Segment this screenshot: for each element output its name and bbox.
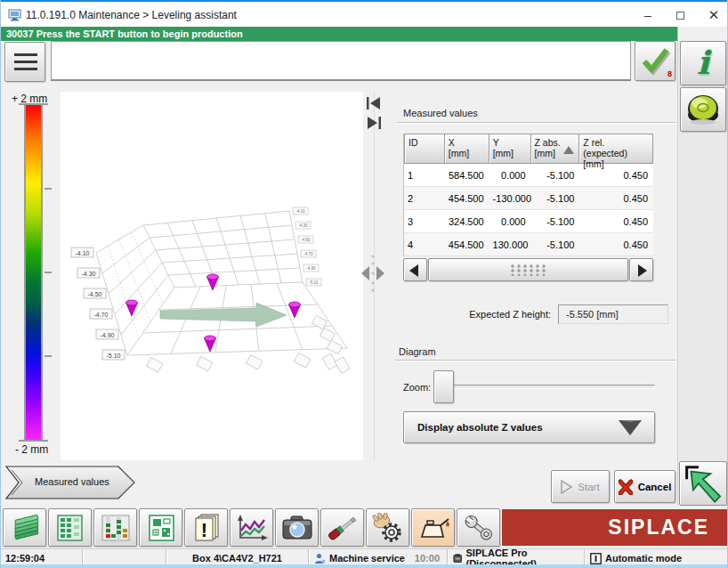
table-row[interactable]: 3 324.500 0.000 -5.100 0.450 [404,210,653,233]
x-axis-tick-boxes [146,315,350,373]
statistics-icon [234,513,270,543]
toolbar-button-component-status[interactable] [93,508,137,547]
svg-text:-5.10: -5.10 [107,353,121,359]
confirm-button[interactable]: 8 [635,41,675,81]
svg-text:-4.10: -4.10 [295,209,305,214]
toolbar-button-screwdriver[interactable] [320,508,364,547]
machine-icon [453,553,462,564]
column-header-zrel[interactable]: Z rel.(expected) [mm] [579,134,653,164]
dropdown-selected-value: Display absolute Z values [417,422,543,433]
skip-to-start-icon[interactable] [366,96,382,110]
station-name: Box 4\CA4V2_H721 [166,549,309,565]
scrollbar-thumb[interactable] [428,258,628,281]
diagram-section-title: Diagram [399,346,436,357]
status-banner: 30037 Press the START button to begin pr… [1,27,677,41]
scale-cap-bottom [19,440,48,442]
user-session: Machine service 10:00 [309,549,448,565]
close-button[interactable]: ✕ [700,5,727,25]
splitter-handle-icon[interactable] [360,253,385,294]
window-bottom-edge [1,564,728,568]
maximize-button[interactable] [667,5,693,25]
skip-to-end-icon[interactable] [366,116,382,130]
toolbar-button-camera[interactable] [275,508,319,547]
bubble-level-icon [681,88,725,131]
brand-bar: SIPLACE [502,509,728,546]
scroll-right-icon [638,264,647,277]
toolbar-button-setup[interactable] [457,508,500,547]
info-button[interactable]: i [680,41,726,85]
mode-indicator: Automatic mode [585,549,728,565]
scroll-left-button[interactable] [403,258,427,281]
toolbar-button-maintenance[interactable] [411,508,455,547]
check-badge: 8 [667,69,672,78]
clock: 12:59:04 [1,549,83,565]
leveling-button[interactable] [680,87,726,132]
table-row[interactable]: 2 454.500 -130.000 -5.100 0.450 [404,187,653,210]
menu-button[interactable] [4,42,45,82]
title-bar: 11.0.191.0 Maintenance > Leveling assist… [1,0,728,27]
connection-status: SIPLACE Pro (Disconnected) [448,549,585,565]
svg-text:-4.30: -4.30 [298,223,308,228]
column-header-id[interactable]: ID [404,134,445,164]
minimize-button[interactable]: – [635,5,661,25]
oil-can-icon [416,513,451,543]
wrench-icon [461,513,497,543]
svg-text:-5.10: -5.10 [309,280,319,285]
section-divider [397,122,675,124]
status-spacer [83,549,166,565]
toolbar-button-statistics[interactable] [230,508,273,547]
cancel-button[interactable]: Cancel [614,470,675,503]
window-title: 11.0.191.0 Maintenance > Leveling assist… [26,9,237,21]
back-button[interactable] [679,461,727,506]
status-banner-right-cell [677,27,728,41]
board-layout-icon [143,513,179,543]
svg-text:-4.70: -4.70 [303,252,313,256]
measured-values-section-title: Measured values [403,108,478,118]
table-row[interactable]: 4 454.500 130.000 -5.100 0.450 [404,233,653,256]
scale-tick [44,355,52,357]
column-header-y[interactable]: Y[mm] [489,134,531,164]
toolbar-button-board-layout[interactable] [139,508,182,547]
main-toolbar: ! [1,506,728,548]
siplace-logo: SIPLACE [608,515,709,540]
pcb-stack-icon [7,513,43,543]
zoom-slider-thumb[interactable] [433,370,454,403]
scale-cap-top [19,103,48,105]
column-header-x[interactable]: X[mm] [445,134,489,164]
app-icon [8,8,22,22]
session-timer: 10:00 [415,553,447,564]
cancel-x-icon [619,479,633,495]
expected-z-value: -5.550 [mm] [558,304,668,324]
z-display-mode-dropdown[interactable]: Display absolute Z values [403,411,655,443]
table-header-row: ID X[mm] Y[mm] Z abs.[mm] Z rel.(expecte… [404,134,653,164]
start-button[interactable]: Start [551,470,610,503]
messages-icon: ! [189,513,224,543]
feeder-table-icon [53,513,88,543]
zoom-slider-track[interactable] [434,385,655,389]
svg-text:-4.70: -4.70 [94,312,109,318]
chevron-down-icon [619,420,642,435]
toolbar-button-messages[interactable]: ! [184,508,228,547]
toolbar-button-pcb-stack[interactable] [3,508,46,547]
toolbar-button-manual-mode[interactable] [366,508,409,547]
zoom-slider-label: Zoom: [403,382,431,393]
expected-z-label: Expected Z height: [406,309,551,320]
svg-text:-4.10: -4.10 [76,250,90,256]
measured-values-table: ID X[mm] Y[mm] Z abs.[mm] Z rel.(expecte… [403,134,653,256]
leveling-3d-plot[interactable]: -4.10 -4.30 -4.50 -4.70 -4.90 -5.10 -4.1… [61,92,363,460]
scroll-left-icon [409,264,418,277]
status-bar: 12:59:04 Box 4\CA4V2_H721 Machine servic… [1,548,728,564]
siplace-window: { "window": { "title": "11.0.191.0 Maint… [0,0,728,568]
svg-text:-4.30: -4.30 [82,271,96,277]
table-scrollbar [403,258,653,281]
automatic-mode-icon [590,553,602,564]
scroll-right-button[interactable] [629,258,653,281]
column-header-zabs[interactable]: Z abs.[mm] [531,134,580,164]
svg-text:!: ! [200,519,206,541]
z-axis-labels-left: -4.10 -4.30 -4.50 -4.70 -4.90 -5.10 [71,247,125,360]
section-divider [395,360,675,361]
toolbar-button-feeder-table[interactable] [48,508,92,547]
wizard-step-label: Measured values [35,476,109,487]
wizard-step-tab[interactable]: Measured values [3,464,145,505]
component-status-icon [98,513,133,543]
